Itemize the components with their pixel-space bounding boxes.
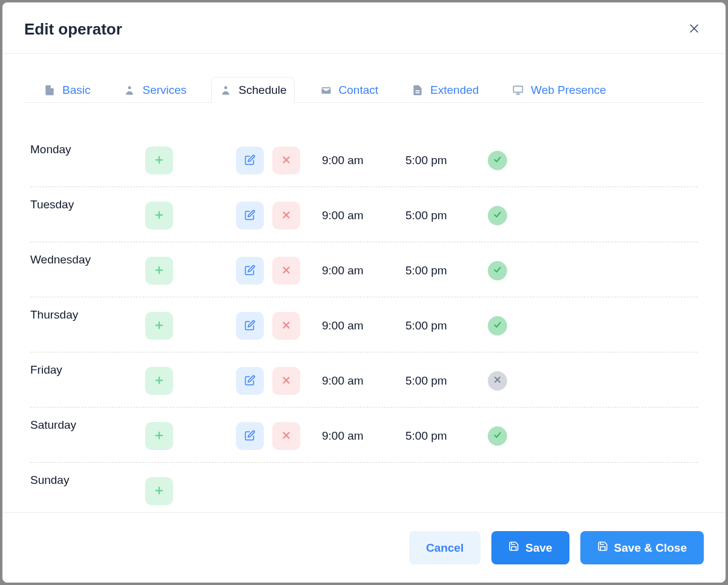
slot-start-time: 9:00 am (322, 429, 392, 443)
bell-icon (123, 84, 136, 97)
screen-icon (511, 84, 525, 97)
tab-services[interactable]: Services (115, 77, 194, 103)
tab-contact[interactable]: Contact (312, 77, 386, 103)
x-icon (493, 375, 502, 387)
tab-label: Services (142, 84, 186, 97)
add-slot-button[interactable] (145, 367, 173, 395)
edit-slot-button[interactable] (236, 147, 264, 174)
day-row: Monday9:00 am5:00 pm (30, 132, 698, 187)
x-icon (281, 375, 292, 388)
day-slot: 9:00 am5:00 pm (236, 308, 698, 340)
save-close-button[interactable]: Save & Close (580, 531, 704, 564)
add-slot-button[interactable] (145, 147, 173, 174)
x-icon (281, 320, 292, 332)
edit-icon (244, 210, 255, 222)
edit-icon (244, 430, 255, 443)
slot-end-time: 5:00 pm (405, 154, 476, 167)
slot-status-toggle[interactable] (488, 151, 507, 170)
delete-slot-button[interactable] (272, 312, 300, 340)
day-slot: 9:00 am5:00 pm (236, 143, 698, 174)
doc-icon (411, 84, 424, 97)
day-label: Sunday (30, 474, 69, 486)
save-label: Save (525, 541, 552, 555)
edit-slot-button[interactable] (236, 422, 264, 450)
check-icon (493, 210, 502, 222)
slot-start-time: 9:00 am (322, 209, 392, 222)
edit-slot-button[interactable] (236, 257, 264, 285)
slot-end-time: 5:00 pm (405, 374, 476, 388)
x-icon (281, 154, 292, 167)
modal-body: BasicServicesScheduleContactExtendedWeb … (2, 54, 726, 512)
day-row: Wednesday9:00 am5:00 pm (30, 242, 698, 297)
bell-icon (219, 84, 232, 97)
day-label: Monday (30, 143, 71, 156)
close-icon (688, 22, 700, 36)
tab-web[interactable]: Web Presence (503, 77, 614, 103)
edit-slot-button[interactable] (236, 312, 264, 340)
edit-slot-button[interactable] (236, 202, 264, 230)
edit-icon (244, 265, 255, 277)
day-row: Friday9:00 am5:00 pm (30, 352, 698, 408)
slot-start-time: 9:00 am (322, 374, 392, 388)
slot-status-toggle[interactable] (488, 426, 507, 446)
slot-start-time: 9:00 am (322, 319, 392, 332)
check-icon (493, 154, 502, 167)
edit-icon (244, 320, 255, 332)
plus-icon (154, 265, 165, 277)
edit-operator-modal: Edit operator BasicServicesScheduleConta… (2, 2, 726, 583)
x-icon (281, 265, 292, 277)
day-label: Thursday (30, 308, 78, 321)
svg-point-2 (128, 86, 131, 89)
tab-label: Web Presence (531, 84, 606, 97)
day-row: Thursday9:00 am5:00 pm (30, 297, 698, 352)
slot-status-toggle[interactable] (488, 206, 507, 225)
tab-extended[interactable]: Extended (403, 77, 487, 103)
day-label: Friday (30, 363, 62, 376)
add-slot-button[interactable] (145, 477, 173, 505)
close-button[interactable] (684, 19, 704, 39)
delete-slot-button[interactable] (272, 147, 300, 174)
tab-schedule[interactable]: Schedule (211, 77, 294, 103)
day-slot: 9:00 am5:00 pm (236, 363, 698, 395)
cancel-button[interactable]: Cancel (409, 531, 480, 564)
delete-slot-button[interactable] (272, 422, 300, 450)
check-icon (493, 320, 502, 332)
save-icon (597, 541, 608, 555)
save-close-label: Save & Close (614, 541, 687, 555)
tab-basic[interactable]: Basic (35, 77, 98, 103)
tab-label: Extended (430, 84, 479, 97)
day-slot: 9:00 am5:00 pm (236, 198, 698, 230)
add-slot-button[interactable] (145, 257, 173, 285)
delete-slot-button[interactable] (272, 367, 300, 395)
edit-icon (244, 375, 255, 388)
delete-slot-button[interactable] (272, 202, 300, 230)
plus-icon (154, 210, 165, 222)
plus-icon (154, 154, 165, 167)
day-label: Saturday (30, 418, 76, 431)
modal-title: Edit operator (24, 20, 122, 39)
add-slot-button[interactable] (145, 312, 173, 340)
edit-slot-button[interactable] (236, 367, 264, 395)
tabs: BasicServicesScheduleContactExtendedWeb … (24, 77, 704, 103)
slot-status-toggle[interactable] (488, 371, 507, 391)
edit-icon (244, 154, 255, 167)
save-icon (508, 541, 519, 555)
cancel-label: Cancel (426, 541, 464, 555)
day-slot: 9:00 am5:00 pm (236, 253, 698, 285)
save-button[interactable]: Save (491, 531, 569, 564)
slot-end-time: 5:00 pm (405, 429, 476, 443)
delete-slot-button[interactable] (272, 257, 300, 285)
slot-start-time: 9:00 am (322, 264, 392, 277)
tab-label: Schedule (238, 84, 286, 97)
day-label: Tuesday (30, 198, 74, 211)
slot-status-toggle[interactable] (488, 261, 507, 280)
day-slot: 9:00 am5:00 pm (236, 418, 698, 450)
add-slot-button[interactable] (145, 202, 173, 230)
add-slot-button[interactable] (145, 422, 173, 450)
slot-status-toggle[interactable] (488, 316, 507, 335)
tab-label: Basic (62, 84, 90, 97)
day-row: Saturday9:00 am5:00 pm (30, 408, 698, 463)
svg-rect-7 (514, 86, 523, 92)
modal-footer: Cancel Save Save & Close (2, 512, 726, 583)
schedule-table: Monday9:00 am5:00 pmTuesday9:00 am5:00 p… (24, 132, 704, 512)
